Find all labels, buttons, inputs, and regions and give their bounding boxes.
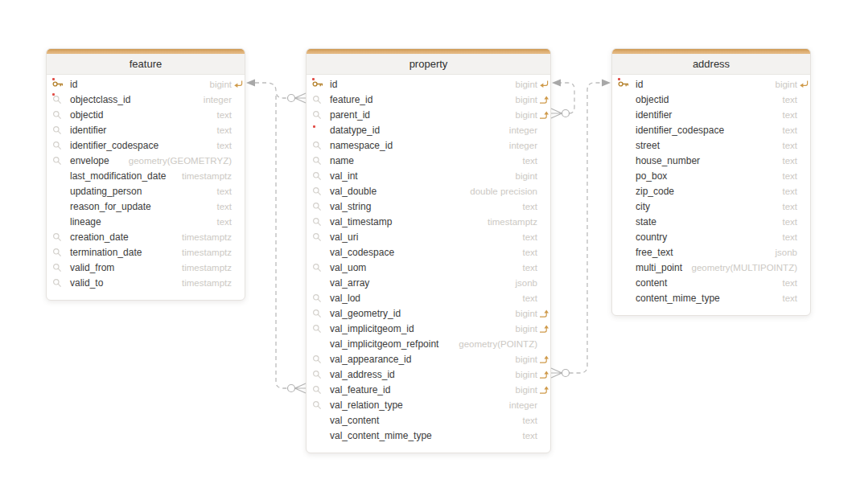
- column-row-city[interactable]: citytext: [612, 199, 810, 214]
- column-row-datatype-id[interactable]: datatype_idinteger: [307, 122, 550, 137]
- column-row-objectclass-id[interactable]: objectclass_idinteger: [47, 92, 245, 107]
- column-row-val-string[interactable]: val_stringtext: [307, 199, 550, 214]
- column-row-val-implicitgeom-id[interactable]: val_implicitgeom_idbigint: [307, 321, 550, 336]
- column-row-identifier[interactable]: identifiertext: [47, 122, 245, 137]
- column-row-valid-from[interactable]: valid_fromtimestamptz: [47, 260, 245, 275]
- column-row-last-modification-date[interactable]: last_modification_datetimestamptz: [47, 168, 245, 183]
- column-row-val-uri[interactable]: val_uritext: [307, 229, 550, 244]
- column-type: text: [776, 186, 797, 196]
- column-row-val-feature-id[interactable]: val_feature_idbigint: [307, 382, 550, 397]
- column-row-house-number[interactable]: house_numbertext: [612, 153, 810, 168]
- column-row-street[interactable]: streettext: [612, 137, 810, 153]
- table-card-address[interactable]: address idbigintobjectidtextidentifierte…: [611, 48, 811, 316]
- column-row-identifier[interactable]: identifiertext: [612, 107, 810, 122]
- column-name: country: [636, 232, 667, 243]
- column-row-val-uom[interactable]: val_uomtext: [307, 260, 550, 275]
- column-icon-cell: [312, 153, 330, 168]
- column-type: text: [210, 141, 232, 150]
- column-icon-cell: [312, 428, 330, 443]
- table-columns: idbigintobjectclass_idintegerobjectidtex…: [47, 75, 245, 300]
- column-type: text: [776, 202, 797, 211]
- column-row-reason-for-update[interactable]: reason_for_updatetext: [47, 199, 245, 214]
- column-type: bigint: [509, 324, 538, 334]
- column-row-identifier-codespace[interactable]: identifier_codespacetext: [47, 137, 245, 153]
- column-row-state[interactable]: statetext: [612, 214, 810, 229]
- relation-property-val-address-id-to-address-id[interactable]: [551, 80, 611, 379]
- column-type: timestamptz: [175, 278, 232, 288]
- column-type: text: [210, 202, 232, 211]
- column-row-id[interactable]: idbigint: [307, 76, 550, 92]
- column-row-valid-to[interactable]: valid_totimestamptz: [47, 275, 245, 290]
- relation-property-val-feature-id-to-feature-id[interactable]: [276, 96, 306, 393]
- column-icon-cell: [618, 260, 636, 275]
- column-name: valid_to: [70, 277, 103, 289]
- column-name: val_content: [330, 415, 379, 426]
- column-row-val-int[interactable]: val_intbigint: [307, 168, 550, 183]
- erd-canvas[interactable]: feature idbigintobjectclass_idintegerobj…: [0, 0, 856, 504]
- column-icon-cell: [312, 260, 330, 275]
- required-dot: [313, 125, 315, 128]
- column-row-free-text[interactable]: free_textjsonb: [612, 244, 810, 260]
- column-row-namespace-id[interactable]: namespace_idinteger: [307, 137, 550, 153]
- column-row-po-box[interactable]: po_boxtext: [612, 168, 810, 183]
- column-icon-cell: [312, 229, 330, 244]
- table-title[interactable]: address: [612, 54, 810, 75]
- column-row-objectid[interactable]: objectidtext: [47, 107, 245, 122]
- table-card-property[interactable]: property idbigintfeature_idbigintparent_…: [306, 48, 551, 453]
- fk-out-icon: [539, 110, 549, 119]
- column-row-objectid[interactable]: objectidtext: [612, 92, 810, 107]
- search-icon: [52, 248, 62, 257]
- column-row-country[interactable]: countrytext: [612, 229, 810, 244]
- column-name: id: [636, 79, 643, 90]
- column-name: identifier: [70, 125, 106, 136]
- column-row-content-mime-type[interactable]: content_mime_typetext: [612, 290, 810, 305]
- search-icon: [312, 293, 322, 303]
- column-name: val_address_id: [330, 369, 395, 380]
- column-row-lineage[interactable]: lineagetext: [47, 214, 245, 229]
- column-type: bigint: [509, 95, 538, 104]
- column-type: integer: [197, 95, 232, 104]
- column-type: text: [776, 217, 797, 227]
- column-icon-cell: [52, 168, 70, 183]
- column-row-multi-point[interactable]: multi_pointgeometry(MULTIPOINTZ): [612, 260, 810, 275]
- column-row-val-codespace[interactable]: val_codespacetext: [307, 244, 550, 260]
- column-row-val-array[interactable]: val_arrayjsonb: [307, 275, 550, 290]
- column-row-val-implicitgeom-refpoint[interactable]: val_implicitgeom_refpointgeometry(POINTZ…: [307, 336, 550, 351]
- column-name: objectid: [636, 94, 669, 105]
- column-row-val-double[interactable]: val_doubledouble precision: [307, 183, 550, 199]
- column-row-feature-id[interactable]: feature_idbigint: [307, 92, 550, 107]
- column-row-envelope[interactable]: envelopegeometry(GEOMETRYZ): [47, 153, 245, 168]
- column-row-updating-person[interactable]: updating_persontext: [47, 183, 245, 199]
- column-row-parent-id[interactable]: parent_idbigint: [307, 107, 550, 122]
- column-type: bigint: [509, 80, 538, 89]
- column-icon-cell: [618, 153, 636, 168]
- column-row-val-content-mime-type[interactable]: val_content_mime_typetext: [307, 428, 550, 443]
- column-type: text: [210, 125, 232, 135]
- column-icon-cell: [52, 199, 70, 214]
- column-row-val-relation-type[interactable]: val_relation_typeinteger: [307, 397, 550, 412]
- column-row-creation-date[interactable]: creation_datetimestamptz: [47, 229, 245, 244]
- column-icon-cell: [52, 229, 70, 244]
- column-row-val-address-id[interactable]: val_address_idbigint: [307, 367, 550, 382]
- column-row-id[interactable]: idbigint: [47, 76, 245, 92]
- search-icon: [52, 263, 62, 272]
- column-icon-cell: [312, 92, 330, 107]
- column-row-val-lod[interactable]: val_lodtext: [307, 290, 550, 305]
- table-title[interactable]: property: [307, 54, 550, 75]
- column-row-val-content[interactable]: val_contenttext: [307, 412, 550, 428]
- column-row-content[interactable]: contenttext: [612, 275, 810, 290]
- table-card-feature[interactable]: feature idbigintobjectclass_idintegerobj…: [46, 48, 245, 301]
- table-title[interactable]: feature: [47, 54, 245, 75]
- column-row-name[interactable]: nametext: [307, 153, 550, 168]
- column-row-termination-date[interactable]: termination_datetimestamptz: [47, 244, 245, 260]
- relation-property-feature-id-to-feature-id[interactable]: [246, 80, 306, 104]
- relation-property-parent-id-to-property-id[interactable]: [551, 80, 574, 119]
- column-name: val_appearance_id: [330, 354, 411, 365]
- column-row-val-appearance-id[interactable]: val_appearance_idbigint: [307, 351, 550, 367]
- column-row-val-geometry-id[interactable]: val_geometry_idbigint: [307, 305, 550, 321]
- column-row-zip-code[interactable]: zip_codetext: [612, 183, 810, 199]
- column-row-identifier-codespace[interactable]: identifier_codespacetext: [612, 122, 810, 137]
- column-type: timestamptz: [481, 217, 537, 227]
- column-row-id[interactable]: idbigint: [612, 76, 810, 92]
- column-row-val-timestamp[interactable]: val_timestamptimestamptz: [307, 214, 550, 229]
